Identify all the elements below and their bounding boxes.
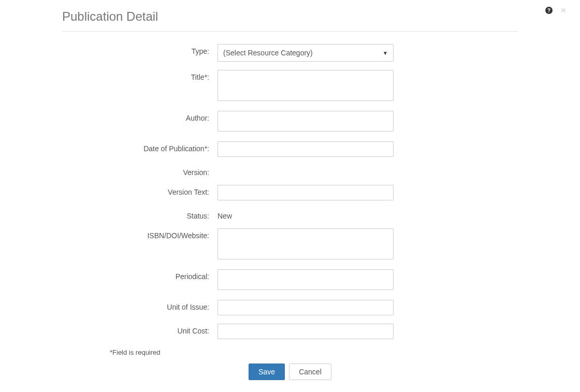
author-label: Author: xyxy=(62,111,218,122)
author-input[interactable] xyxy=(218,111,394,132)
unit-of-issue-input[interactable] xyxy=(218,300,394,315)
title-label: Title*: xyxy=(62,70,218,81)
unit-cost-input[interactable] xyxy=(218,324,394,339)
periodical-input[interactable] xyxy=(218,269,394,290)
form-body: Type: (Select Resource Category) ▼ Title… xyxy=(62,32,518,390)
modal-header: Publication Detail ? × xyxy=(62,0,518,32)
status-label: Status: xyxy=(62,209,218,220)
unit-cost-label: Unit Cost: xyxy=(62,324,218,335)
chevron-down-icon: ▼ xyxy=(383,50,388,56)
close-icon[interactable]: × xyxy=(560,7,567,14)
date-of-publication-label: Date of Publication*: xyxy=(62,141,218,153)
type-selected-value: (Select Resource Category) xyxy=(223,49,313,57)
isbn-doi-website-input[interactable] xyxy=(218,228,394,259)
date-of-publication-input[interactable] xyxy=(218,141,394,157)
version-text-input[interactable] xyxy=(218,185,394,200)
version-label: Version: xyxy=(62,165,218,177)
title-input[interactable] xyxy=(218,70,394,101)
isbn-doi-website-label: ISBN/DOI/Website: xyxy=(62,228,218,240)
save-button[interactable]: Save xyxy=(249,364,285,380)
type-label: Type: xyxy=(62,44,218,55)
required-field-note: *Field is required xyxy=(110,347,518,364)
publication-detail-modal: Publication Detail ? × Type: (Select Res… xyxy=(0,0,580,390)
unit-of-issue-label: Unit of Issue: xyxy=(62,300,218,311)
status-value: New xyxy=(218,209,394,220)
cancel-button[interactable]: Cancel xyxy=(289,364,331,380)
type-select[interactable]: (Select Resource Category) ▼ xyxy=(218,44,394,62)
version-text-label: Version Text: xyxy=(62,185,218,196)
periodical-label: Periodical: xyxy=(62,269,218,281)
page-title: Publication Detail xyxy=(62,9,518,24)
help-icon[interactable]: ? xyxy=(545,7,553,14)
